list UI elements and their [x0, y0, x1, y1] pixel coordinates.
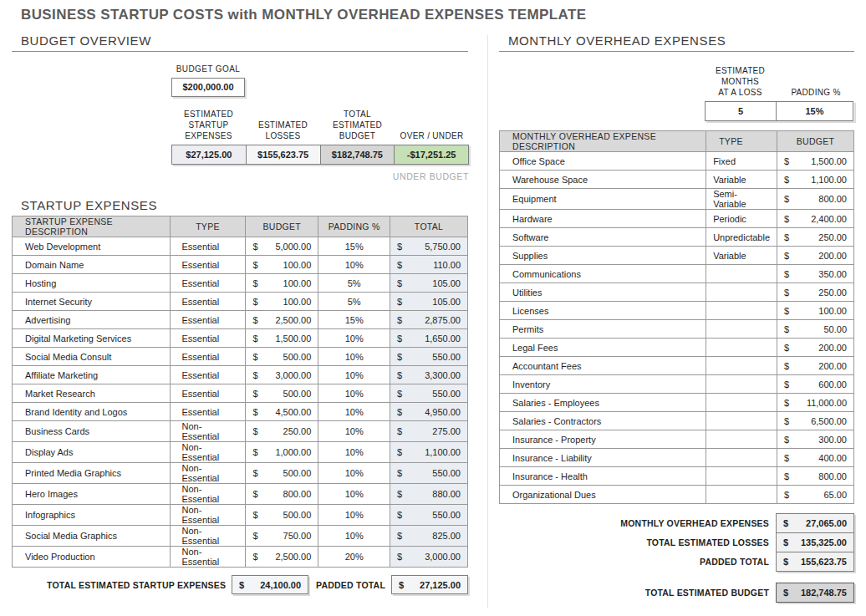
cell-description[interactable]: Salaries - Contractors [500, 412, 706, 430]
cell-type[interactable]: Essential [170, 293, 246, 311]
cell-type[interactable]: Fixed [706, 152, 777, 171]
cell-description[interactable]: Web Development [13, 237, 171, 256]
cell-description[interactable]: Inventory [500, 375, 706, 394]
cell-type[interactable]: Essential [170, 384, 246, 403]
cell-description[interactable]: Social Media Graphics [13, 526, 171, 547]
cell-padding[interactable]: 10% [318, 366, 390, 384]
cell-type[interactable]: Variable [706, 171, 777, 189]
cell-description[interactable]: Brand Identity and Logos [13, 403, 171, 421]
cell-budget[interactable]: $5,000.00 [246, 237, 318, 256]
cell-budget[interactable]: $300.00 [777, 430, 854, 449]
cell-type[interactable] [706, 467, 777, 486]
cell-budget[interactable]: $1,500.00 [777, 152, 854, 171]
cell-description[interactable]: Software [500, 228, 706, 247]
cell-total[interactable]: $550.00 [390, 463, 468, 484]
cell-total[interactable]: $825.00 [390, 526, 468, 547]
overview-value-1[interactable]: $155,623.75 [246, 145, 321, 165]
overhead-summary-value-0[interactable]: $27,065.00 [776, 513, 854, 533]
cell-total[interactable]: $550.00 [390, 348, 468, 366]
cell-type[interactable] [706, 265, 777, 283]
months-at-loss-input[interactable]: 5 [705, 101, 777, 121]
cell-total[interactable]: $275.00 [390, 421, 468, 442]
cell-padding[interactable]: 10% [318, 384, 390, 403]
cell-description[interactable]: Market Research [13, 384, 171, 403]
cell-type[interactable] [706, 357, 777, 375]
cell-total[interactable]: $105.00 [390, 293, 468, 311]
cell-type[interactable]: Essential [170, 311, 246, 329]
cell-total[interactable]: $2,875.00 [390, 311, 468, 329]
cell-type[interactable]: Non-Essential [170, 526, 246, 547]
cell-description[interactable]: Utilities [500, 283, 706, 302]
cell-total[interactable]: $4,950.00 [390, 403, 468, 421]
cell-type[interactable] [706, 375, 777, 394]
cell-budget[interactable]: $500.00 [246, 348, 318, 366]
cell-total[interactable]: $110.00 [390, 256, 468, 274]
cell-budget[interactable]: $1,000.00 [246, 442, 318, 463]
cell-padding[interactable]: 5% [318, 293, 390, 311]
cell-padding[interactable]: 10% [318, 463, 390, 484]
cell-padding[interactable]: 15% [318, 311, 390, 329]
cell-description[interactable]: Office Space [500, 152, 706, 171]
cell-budget[interactable]: $200.00 [777, 339, 854, 357]
cell-type[interactable]: Non-Essential [170, 442, 246, 463]
cell-padding[interactable]: 10% [318, 256, 390, 274]
cell-budget[interactable]: $2,500.00 [246, 311, 318, 329]
cell-budget[interactable]: $50.00 [777, 320, 854, 339]
cell-description[interactable]: Hero Images [13, 484, 171, 505]
cell-budget[interactable]: $11,000.00 [777, 394, 854, 412]
cell-description[interactable]: Legal Fees [500, 339, 706, 357]
total-estimated-budget-value[interactable]: $ 182,748.75 [776, 583, 854, 603]
cell-padding[interactable]: 10% [318, 442, 390, 463]
cell-description[interactable]: Hosting [13, 274, 171, 293]
cell-padding[interactable]: 10% [318, 526, 390, 547]
overview-value-0[interactable]: $27,125.00 [171, 145, 247, 165]
total-startup-expenses-value[interactable]: $ 24,100.00 [232, 575, 308, 594]
overhead-summary-value-1[interactable]: $135,325.00 [776, 532, 854, 552]
cell-budget[interactable]: $200.00 [777, 247, 854, 265]
cell-type[interactable]: Essential [170, 366, 246, 384]
cell-description[interactable]: Internet Security [13, 293, 171, 311]
cell-budget[interactable]: $1,500.00 [246, 329, 318, 348]
cell-budget[interactable]: $500.00 [246, 505, 318, 526]
cell-type[interactable]: Variable [706, 247, 777, 265]
cell-padding[interactable]: 10% [318, 421, 390, 442]
cell-budget[interactable]: $250.00 [246, 421, 318, 442]
cell-type[interactable]: Essential [170, 348, 246, 366]
cell-budget[interactable]: $500.00 [246, 384, 318, 403]
overview-value-2[interactable]: $182,748.75 [320, 145, 395, 165]
cell-description[interactable]: Infographics [13, 505, 171, 526]
cell-description[interactable]: Affiliate Marketing [13, 366, 171, 384]
cell-type[interactable]: Non-Essential [170, 421, 246, 442]
cell-budget[interactable]: $65.00 [777, 486, 854, 504]
cell-description[interactable]: Equipment [500, 189, 706, 210]
cell-budget[interactable]: $750.00 [246, 526, 318, 547]
overview-value-3[interactable]: -$17,251.25 [394, 145, 469, 165]
cell-description[interactable]: Supplies [500, 247, 706, 265]
cell-description[interactable]: Salaries - Employees [500, 394, 706, 412]
cell-type[interactable]: Essential [170, 256, 246, 274]
cell-description[interactable]: Printed Media Graphics [13, 463, 171, 484]
cell-budget[interactable]: $400.00 [777, 449, 854, 467]
cell-total[interactable]: $550.00 [390, 384, 468, 403]
cell-type[interactable]: Non-Essential [170, 463, 246, 484]
cell-description[interactable]: Insurance - Liability [500, 449, 706, 467]
cell-description[interactable]: Hardware [500, 210, 706, 228]
padded-total-value[interactable]: $ 27,125.00 [391, 575, 468, 594]
cell-type[interactable]: Essential [170, 329, 246, 348]
cell-total[interactable]: $3,300.00 [390, 366, 468, 384]
cell-budget[interactable]: $100.00 [777, 302, 854, 320]
cell-budget[interactable]: $250.00 [777, 283, 854, 302]
cell-type[interactable]: Essential [170, 237, 246, 256]
cell-description[interactable]: Accountant Fees [500, 357, 706, 375]
cell-type[interactable] [706, 412, 777, 430]
cell-type[interactable] [706, 430, 777, 449]
cell-description[interactable]: Insurance - Property [500, 430, 706, 449]
cell-budget[interactable]: $2,400.00 [777, 210, 854, 228]
cell-type[interactable] [706, 302, 777, 320]
cell-type[interactable]: Unpredictable [706, 228, 777, 247]
cell-total[interactable]: $3,000.00 [390, 547, 468, 568]
overhead-summary-value-2[interactable]: $155,623.75 [776, 552, 854, 572]
cell-budget[interactable]: $600.00 [777, 375, 854, 394]
cell-budget[interactable]: $3,000.00 [246, 366, 318, 384]
cell-budget[interactable]: $500.00 [246, 463, 318, 484]
